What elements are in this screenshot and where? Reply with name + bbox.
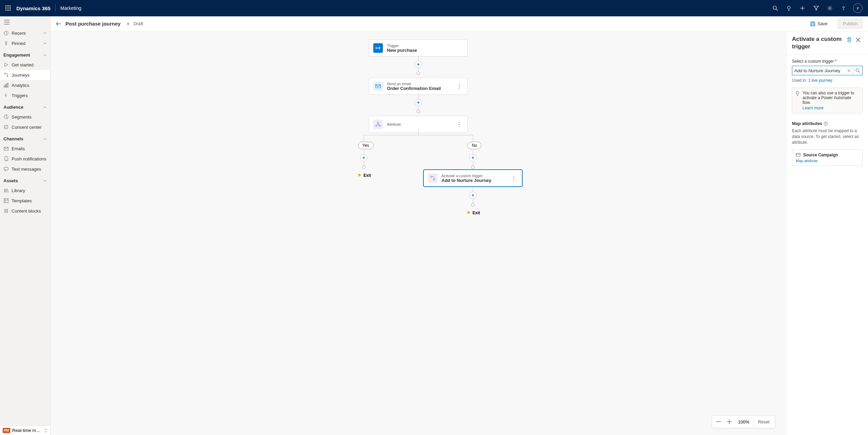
trigger-node[interactable]: TriggerNew purchase	[369, 40, 468, 57]
help-icon[interactable]	[837, 0, 850, 16]
nav-label: Recent	[12, 31, 26, 36]
search-icon[interactable]	[768, 0, 782, 16]
module-label[interactable]: Marketing	[60, 5, 81, 11]
nav-section-audience[interactable]: Audience	[0, 100, 50, 112]
nav-recent[interactable]: Recent	[0, 28, 50, 38]
nav-push[interactable]: Push notifications	[0, 154, 50, 164]
clear-icon[interactable]	[847, 69, 851, 73]
svg-rect-34	[4, 167, 8, 170]
info-icon[interactable]	[824, 122, 828, 126]
svg-point-54	[379, 125, 380, 126]
custom-trigger-node[interactable]: Activate a custom triggerAdd to Nurture …	[423, 170, 522, 187]
nav-journeys[interactable]: Journeys	[0, 70, 50, 80]
nav-emails[interactable]: Emails	[0, 143, 50, 154]
svg-rect-4	[8, 7, 9, 9]
trigger-icon	[3, 93, 9, 98]
svg-line-57	[378, 124, 379, 125]
add-node-button[interactable]: +	[415, 61, 422, 68]
add-icon[interactable]	[796, 0, 809, 16]
nav-label: Push notifications	[12, 156, 46, 161]
node-type: Activate a custom trigger	[442, 174, 491, 178]
more-icon[interactable]: ⋮	[455, 120, 463, 129]
brand-label[interactable]: Dynamics 365	[16, 5, 50, 11]
zoom-reset-button[interactable]: Reset	[753, 418, 774, 426]
email-node[interactable]: Send an emailOrder Confirmation Email ⋮	[369, 78, 468, 95]
search-icon[interactable]	[855, 68, 860, 73]
trigger-search-input[interactable]: Add to Nurture Journey	[792, 66, 863, 75]
svg-point-44	[4, 211, 6, 213]
nav-blocks[interactable]: Content blocks	[0, 206, 50, 216]
lightbulb-icon[interactable]	[782, 0, 796, 16]
nav-label: Analytics	[12, 83, 29, 88]
nav-label: Journeys	[12, 73, 30, 78]
nav-section-assets[interactable]: Assets	[0, 174, 50, 185]
area-switcher[interactable]: RM Real-time marketi...	[0, 425, 50, 435]
app-launcher-icon[interactable]	[3, 3, 14, 14]
page-content: Post purchase journey Draft Save Publish…	[50, 16, 868, 435]
connector	[473, 161, 473, 166]
close-button[interactable]	[854, 35, 863, 44]
branch-yes[interactable]: Yes	[358, 142, 374, 149]
nav-text[interactable]: Text messages	[0, 164, 50, 174]
chevron-down-icon	[43, 42, 47, 44]
node-name: Order Confirmation Email	[387, 86, 441, 91]
section-label: Engagement	[3, 52, 30, 58]
connector	[473, 187, 473, 191]
add-node-button[interactable]: +	[469, 154, 477, 161]
nav-pinned[interactable]: Pinned	[0, 38, 50, 48]
add-node-button[interactable]: +	[469, 191, 477, 199]
used-in-link[interactable]: 1 live journey	[808, 78, 832, 83]
delete-button[interactable]	[845, 35, 854, 44]
learn-more-link[interactable]: Learn more	[803, 106, 859, 110]
mail-icon	[3, 146, 9, 151]
more-icon[interactable]: ⋮	[510, 174, 518, 183]
journey-canvas[interactable]: TriggerNew purchase + Send an emailOrder…	[50, 31, 786, 435]
nav-section-engagement[interactable]: Engagement	[0, 48, 50, 60]
hamburger-icon[interactable]	[0, 16, 50, 28]
zoom-controls: 100% Reset	[712, 415, 775, 428]
exit-node-yes: ⚑Exit	[358, 173, 371, 178]
user-avatar[interactable]: #	[853, 3, 863, 13]
nav-label: Emails	[12, 146, 25, 151]
chevron-down-icon	[43, 32, 47, 34]
page-header: Post purchase journey Draft Save Publish	[50, 16, 868, 31]
nav-analytics[interactable]: Analytics	[0, 80, 50, 90]
filter-icon[interactable]	[809, 0, 823, 16]
back-button[interactable]	[56, 21, 61, 26]
email-icon	[373, 81, 383, 91]
nav-section-channels[interactable]: Channels	[0, 132, 50, 143]
save-button[interactable]: Save	[807, 19, 831, 29]
play-icon	[3, 62, 9, 67]
svg-point-69	[856, 69, 859, 72]
select-trigger-label: Select a custom trigger *	[792, 59, 863, 64]
zoom-out-button[interactable]	[714, 417, 723, 426]
journey-icon	[3, 72, 9, 78]
svg-rect-26	[4, 86, 5, 87]
add-node-button[interactable]: +	[360, 154, 368, 161]
connector-end	[417, 72, 420, 75]
nav-templates[interactable]: Templates	[0, 196, 50, 206]
node-name: Add to Nurture Journey	[442, 178, 491, 183]
nav-triggers[interactable]: Triggers	[0, 90, 50, 100]
nav-segments[interactable]: Segments	[0, 112, 50, 122]
svg-rect-0	[5, 5, 6, 6]
nav-consent[interactable]: Consent center	[0, 122, 50, 132]
svg-line-70	[859, 72, 860, 73]
zoom-in-button[interactable]	[724, 417, 734, 426]
add-node-button[interactable]: +	[415, 99, 422, 106]
branch-no[interactable]: No	[467, 142, 481, 149]
more-icon[interactable]: ⋮	[455, 82, 463, 91]
map-attribute-link[interactable]: Map attribute	[796, 159, 859, 163]
info-text: You can also use a trigger to activate a…	[803, 91, 854, 105]
svg-rect-77	[796, 153, 800, 156]
nav-get-started[interactable]: Get started	[0, 60, 50, 70]
save-label: Save	[818, 21, 828, 26]
settings-icon[interactable]	[823, 0, 837, 16]
search-value: Add to Nurture Journey	[794, 68, 845, 73]
map-attributes-desc: Each attribute must be mapped to a data …	[792, 128, 863, 145]
attribute-item[interactable]: Source Campaign Map attribute	[792, 150, 863, 166]
connector-end	[417, 110, 420, 113]
blocks-icon	[3, 208, 9, 214]
nav-library[interactable]: Library	[0, 185, 50, 196]
top-navigation-bar: Dynamics 365 Marketing #	[0, 0, 868, 16]
